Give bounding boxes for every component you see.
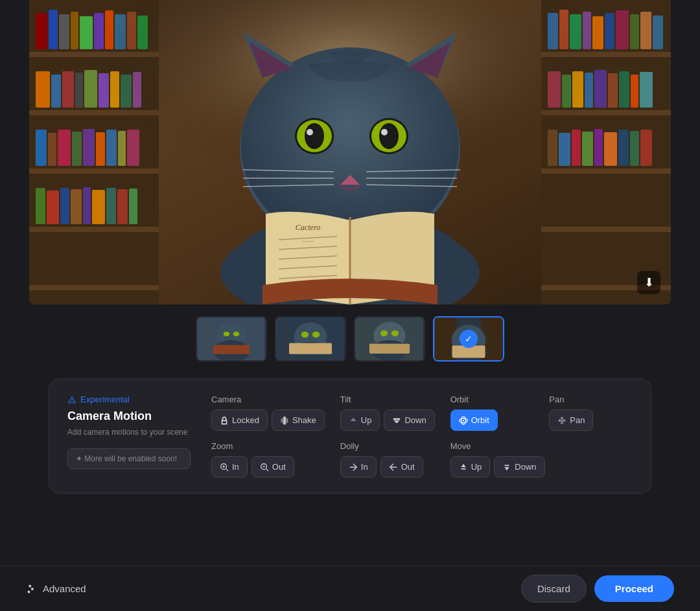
advanced-button[interactable]: Advanced (26, 583, 86, 595)
thumbnail-1[interactable] (196, 316, 267, 362)
pan-label: Pan (549, 395, 633, 404)
orbit-btn-row: Orbit (450, 409, 534, 431)
thumbnail-strip: ✓ (0, 305, 700, 373)
move-down-button[interactable]: Down (494, 456, 544, 478)
panel-title: Camera Motion (67, 409, 191, 423)
zoom-in-icon (220, 463, 229, 472)
panel-left-info: Experimental Camera Motion Add camera mo… (67, 395, 191, 469)
discard-button[interactable]: Discard (521, 575, 587, 603)
svg-rect-152 (28, 590, 30, 593)
camera-label: Camera (211, 395, 325, 404)
proceed-button[interactable]: Proceed (594, 575, 674, 602)
move-up-icon (459, 463, 468, 472)
tilt-down-icon (392, 416, 401, 425)
orbit-label: Orbit (450, 395, 534, 404)
svg-point-125 (380, 330, 388, 336)
more-soon-button: ✦ More will be enabled soon! (67, 448, 191, 469)
svg-point-92 (379, 123, 399, 149)
orbit-button[interactable]: Orbit (450, 409, 498, 431)
dolly-in-icon (349, 463, 358, 472)
svg-line-144 (226, 468, 229, 471)
svg-rect-150 (29, 584, 32, 587)
zoom-out-button[interactable]: Out (251, 456, 294, 478)
move-up-button[interactable]: Up (450, 456, 491, 478)
dolly-label: Dolly (340, 441, 435, 451)
svg-text:Сасtero: Сасtero (296, 223, 320, 232)
dolly-out-button[interactable]: Out (380, 456, 423, 478)
download-button[interactable]: ⬇ (637, 271, 660, 294)
cat-image: Сасtero ____ (29, 0, 671, 305)
bottom-bar: Advanced Discard Proceed (0, 566, 700, 611)
move-control-group: Move Up Down (450, 441, 633, 478)
thumbnail-2[interactable] (275, 316, 346, 362)
panel-controls: Camera Locked Shake (211, 395, 633, 478)
action-buttons: Discard Proceed (521, 575, 674, 603)
dolly-out-icon (389, 463, 398, 472)
dolly-btn-row: In Out (340, 456, 435, 478)
thumbnail-4[interactable]: ✓ (433, 316, 504, 362)
tilt-down-button[interactable]: Down (384, 409, 434, 431)
shake-icon (280, 416, 289, 425)
camera-motion-panel: Experimental Camera Motion Add camera mo… (49, 378, 651, 494)
svg-point-113 (224, 332, 229, 337)
tilt-label: Tilt (340, 395, 435, 404)
svg-point-89 (307, 129, 313, 135)
sliders-icon (26, 583, 38, 595)
svg-point-120 (312, 332, 320, 338)
tilt-up-button[interactable]: Up (340, 409, 380, 431)
svg-point-142 (462, 419, 464, 421)
warning-icon (67, 395, 76, 404)
svg-rect-128 (369, 344, 410, 354)
camera-shake-button[interactable]: Shake (272, 409, 325, 431)
svg-point-93 (381, 129, 388, 135)
pan-button[interactable]: Pan (549, 409, 593, 431)
orbit-icon (459, 416, 468, 425)
tilt-control-group: Tilt Up Down (340, 395, 435, 431)
svg-rect-122 (289, 343, 332, 354)
move-down-icon (502, 463, 511, 472)
zoom-btn-row: In Out (211, 456, 325, 478)
thumbnail-3[interactable] (354, 316, 425, 362)
experimental-label: Experimental (80, 395, 130, 404)
dolly-control-group: Dolly In Out (340, 441, 435, 478)
tilt-btn-row: Up Down (340, 409, 435, 431)
svg-rect-116 (213, 345, 250, 354)
move-label: Move (450, 441, 633, 451)
locked-icon (220, 416, 229, 425)
zoom-label: Zoom (211, 441, 325, 451)
move-btn-row: Up Down (450, 456, 633, 478)
tilt-up-icon (349, 416, 358, 425)
pan-icon (557, 416, 566, 425)
svg-text:____: ____ (301, 236, 314, 242)
selected-check-icon: ✓ (460, 330, 478, 348)
svg-point-114 (233, 332, 239, 337)
svg-point-119 (301, 332, 309, 338)
experimental-badge: Experimental (67, 395, 191, 404)
zoom-control-group: Zoom In (211, 441, 325, 478)
pan-control-group: Pan Pan (549, 395, 633, 431)
zoom-out-icon (260, 463, 269, 472)
svg-rect-139 (393, 418, 401, 420)
svg-rect-151 (31, 588, 34, 590)
orbit-control-group: Orbit Orbit (450, 395, 534, 431)
main-image-container: Сасtero ____ ⬇ (29, 0, 671, 305)
dolly-in-button[interactable]: In (340, 456, 377, 478)
svg-point-126 (391, 330, 399, 336)
zoom-in-button[interactable]: In (211, 456, 248, 478)
svg-line-148 (266, 468, 268, 471)
panel-description: Add camera motions to your scene (67, 427, 191, 438)
camera-control-group: Camera Locked Shake (211, 395, 325, 431)
more-soon-label: ✦ More will be enabled soon! (76, 454, 177, 463)
advanced-label: Advanced (43, 583, 86, 594)
pan-btn-row: Pan (549, 409, 633, 431)
camera-btn-row: Locked Shake (211, 409, 325, 431)
camera-locked-button[interactable]: Locked (211, 409, 268, 431)
svg-point-88 (305, 123, 324, 149)
